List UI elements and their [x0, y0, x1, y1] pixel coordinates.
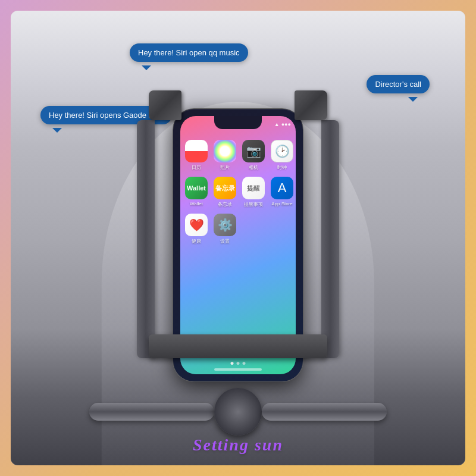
dot-1: [231, 362, 234, 365]
settings-icon: ⚙️: [214, 214, 236, 236]
arm-left: [137, 120, 155, 358]
clamp-top-right: [295, 90, 327, 120]
dot-3: [243, 362, 246, 365]
arm-right: [321, 120, 339, 358]
camera-icon: 📷: [242, 140, 265, 162]
clock-icon: 🕑: [271, 140, 293, 162]
bubble-qq-music-text: Hey there! Siri open qq music: [138, 48, 240, 57]
app-wallet[interactable]: Wallet Wallet: [185, 177, 208, 208]
app-camera[interactable]: 📷 相机: [242, 140, 265, 171]
status-icons: ▲ ●●●: [274, 121, 291, 127]
clamp-top-left: [149, 90, 181, 120]
app-settings[interactable]: ⚙️ 设置: [214, 214, 236, 245]
bottom-clamp: [149, 334, 327, 358]
home-screen-dots: [231, 362, 246, 365]
reminders-icon: 提醒: [242, 177, 265, 199]
handlebar: [89, 382, 387, 441]
handlebar-left: [89, 403, 214, 421]
wallet-icon: Wallet: [185, 177, 208, 199]
handlebar-right: [262, 403, 387, 421]
top-clamps: [149, 90, 327, 120]
app-calendar[interactable]: 9 日历: [185, 140, 208, 171]
inner-container: Hey there! Siri open qq music Director's…: [11, 11, 465, 465]
app-notes[interactable]: 备忘录 备忘录: [214, 177, 236, 208]
wifi-icon: ▲: [274, 121, 280, 127]
app-reminders[interactable]: 提醒 提醒事项: [242, 177, 265, 208]
dot-2: [237, 362, 240, 365]
bubble-directors-call: Director's call: [367, 75, 430, 93]
handlebar-center: [214, 388, 262, 436]
app-clock[interactable]: 🕑 时钟: [271, 140, 293, 171]
bubble-qq-music: Hey there! Siri open qq music: [130, 43, 248, 62]
signal-icon: ●●●: [281, 121, 291, 127]
phone-holder: ▲ ●●● 9 日历: [137, 73, 339, 418]
outer-border: Hey there! Siri open qq music Director's…: [0, 0, 476, 476]
appstore-icon: A: [271, 177, 293, 199]
app-appstore[interactable]: A App Store: [271, 177, 293, 208]
app-health[interactable]: ❤️ 健康: [185, 214, 208, 245]
health-icon: ❤️: [185, 214, 208, 236]
bubble-directors-text: Director's call: [375, 80, 421, 89]
app-photos[interactable]: 照片: [214, 140, 236, 171]
home-indicator: [214, 368, 262, 371]
photos-icon: [214, 140, 236, 162]
calendar-icon: 9: [185, 140, 208, 162]
app-grid: 9 日历 照片 📷 相机: [180, 134, 296, 250]
notes-icon: 备忘录: [214, 177, 236, 199]
